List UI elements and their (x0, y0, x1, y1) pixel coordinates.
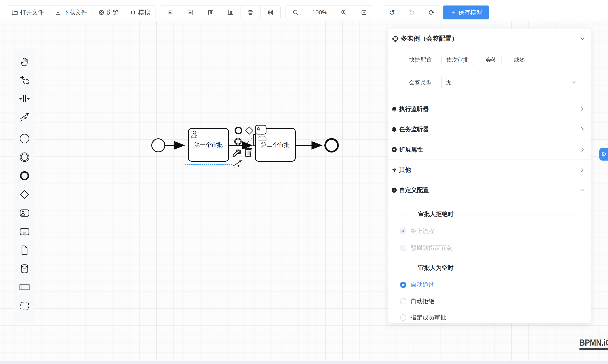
section-custom-config[interactable]: 自定义配置 (388, 180, 591, 200)
section-other[interactable]: 其他 (388, 159, 591, 180)
radio-icon[interactable] (400, 228, 406, 234)
radio-icon[interactable] (400, 245, 406, 251)
align-top-button[interactable] (200, 6, 220, 19)
palette-start-event[interactable] (17, 129, 32, 148)
radio-icon[interactable] (400, 298, 406, 304)
palette-space-tool[interactable] (17, 89, 32, 108)
append-intermediate-event-button[interactable] (233, 137, 243, 146)
global-connect-icon (19, 112, 30, 123)
trash-button[interactable] (243, 147, 253, 157)
open-file-button[interactable]: 打开文件 (6, 6, 49, 19)
preview-button[interactable]: 浏览 (93, 6, 124, 19)
chevron-right-icon (580, 167, 585, 173)
palette-participant-pool[interactable] (17, 278, 32, 297)
chip-icon (130, 9, 136, 16)
palette-hand-tool[interactable] (17, 52, 32, 71)
reject-section-title: 审批人拒绝时 (400, 209, 580, 219)
align-top-icon (207, 9, 213, 16)
append-end-event-button[interactable] (234, 126, 243, 135)
chevron-down-icon[interactable] (580, 36, 585, 41)
section-extended-properties[interactable]: 扩展属性 (388, 139, 591, 159)
radio-return-to-node[interactable]: 驳回到指定节点 (400, 243, 591, 253)
quick-option-sequential-button[interactable]: 依次审批 (441, 55, 473, 65)
fit-viewport-icon (361, 9, 367, 16)
participant-pool-icon (19, 282, 30, 293)
zoom-button-group: 100% (286, 5, 374, 19)
reset-button[interactable]: ⟳ (422, 6, 441, 19)
zoom-in-button[interactable] (334, 6, 354, 19)
radio-assign-member[interactable]: 指定成员审批 (400, 312, 591, 323)
save-model-button[interactable]: ＋ 保存模型 (443, 5, 489, 19)
align-center-horizontal-icon (247, 9, 254, 16)
redo-button[interactable]: ↻ (402, 6, 422, 19)
send-icon (391, 167, 397, 173)
zoom-out-icon (292, 9, 299, 16)
divider (388, 49, 591, 49)
download-icon (55, 9, 61, 16)
palette-gateway[interactable] (17, 185, 32, 204)
bpmn-palette (14, 49, 35, 323)
align-left-button[interactable] (160, 6, 180, 19)
group-icon (19, 300, 30, 312)
quick-option-orsign-button[interactable]: 或签 (509, 55, 530, 65)
section-task-listener[interactable]: 任务监听器 (388, 119, 591, 139)
download-file-button[interactable]: 下载文件 (49, 6, 93, 19)
bell-icon (391, 106, 397, 112)
start-event-icon (19, 133, 30, 144)
connect-button[interactable] (232, 158, 243, 170)
radio-icon[interactable] (400, 282, 406, 288)
sign-type-select[interactable]: 无 (441, 76, 581, 89)
quick-config-label: 快捷配置 (388, 56, 432, 64)
radio-auto-pass[interactable]: 自动通过 (400, 280, 591, 290)
radio-auto-reject[interactable]: 自动拒绝 (400, 296, 591, 306)
palette-user-task[interactable] (17, 204, 32, 222)
multi-instance-icon (392, 35, 399, 42)
top-toolbar: 打开文件 下载文件 浏览 模拟 (0, 0, 608, 21)
radio-icon[interactable] (400, 314, 406, 321)
sign-type-label: 会签类型 (388, 78, 432, 86)
data-store-icon (19, 263, 30, 274)
wrench-button[interactable] (232, 148, 242, 158)
undo-icon: ↺ (389, 9, 395, 16)
fit-viewport-button[interactable] (354, 6, 374, 19)
user-task-icon (19, 208, 30, 219)
bottom-scrollbar-track[interactable] (0, 361, 608, 364)
plus-circle-icon (391, 187, 397, 193)
align-right-button[interactable] (180, 6, 200, 19)
panel-header[interactable]: 多实例（会签配置） (388, 28, 591, 49)
align-center-vertical-button[interactable] (260, 6, 280, 19)
lasso-tool-icon (19, 75, 30, 86)
selection-outline (185, 125, 232, 165)
align-center-horizontal-button[interactable] (240, 6, 260, 19)
align-bottom-button[interactable] (220, 6, 240, 19)
settings-tab[interactable]: ⚙ (599, 148, 608, 161)
quick-option-countersign-button[interactable]: 会签 (481, 55, 502, 65)
hand-tool-icon (19, 56, 30, 67)
plus-circle-icon (391, 147, 397, 153)
end-event-shape (325, 139, 338, 152)
palette-subprocess[interactable] (17, 222, 32, 241)
redo-icon: ↻ (409, 9, 415, 16)
append-text-annotation-button[interactable] (243, 133, 260, 147)
palette-data-store[interactable] (17, 260, 32, 278)
align-center-vertical-icon (267, 9, 274, 16)
palette-end-event[interactable] (17, 167, 32, 185)
chevron-right-icon (580, 147, 585, 152)
radio-terminate-process[interactable]: 终止流程 (400, 226, 591, 236)
plus-icon: ＋ (450, 9, 456, 16)
palette-global-connect-tool[interactable] (17, 108, 32, 127)
space-tool-icon (19, 93, 30, 104)
zoom-out-button[interactable] (286, 6, 305, 19)
chevron-down-icon (572, 80, 577, 85)
simulate-button[interactable]: 模拟 (124, 6, 156, 19)
align-right-icon (187, 9, 193, 16)
palette-data-object[interactable] (17, 241, 32, 260)
palette-intermediate-event[interactable] (17, 148, 32, 167)
section-execution-listener[interactable]: 执行监听器 (388, 99, 591, 119)
palette-group[interactable] (17, 297, 32, 315)
folder-icon (12, 9, 18, 16)
palette-lasso-tool[interactable] (17, 71, 32, 89)
undo-button[interactable]: ↺ (382, 6, 402, 19)
panel-title: 多实例（会签配置） (401, 34, 580, 43)
start-event-shape (152, 139, 165, 152)
